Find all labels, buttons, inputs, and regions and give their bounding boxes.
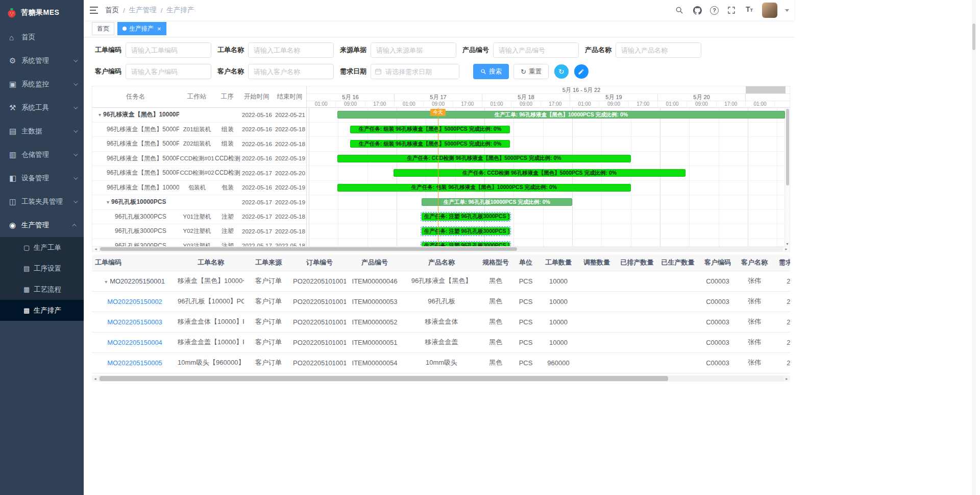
gantt-task-row[interactable]: 96孔孔板3000PCS Y01注塑机注塑2022-05-172022-05-1…: [92, 210, 306, 225]
gantt-vertical-scrollbar[interactable]: ▼: [785, 108, 790, 246]
time-tick: 17:00: [365, 101, 395, 107]
menu-toggle-icon[interactable]: [90, 7, 98, 14]
sidebar-item-equipment-mgmt[interactable]: ◧ 设备管理: [0, 167, 84, 190]
table-row[interactable]: MO202205150003 移液盒盒体【10000】PCS客户订单PO2022…: [92, 312, 790, 332]
scroll-left-arrow[interactable]: ◄: [92, 247, 99, 251]
gantt-chart[interactable]: 今天 生产工单: 96孔移液盒【黑色】10000PCS 完成比例: 0% 生产任…: [307, 108, 790, 246]
breadcrumb-home[interactable]: 首页: [105, 6, 119, 15]
table-row[interactable]: ▾MO202205150001 移液盒【黑色】10000个客户订单PO20220…: [92, 271, 790, 291]
gantt-task-row[interactable]: 96孔移液盒【黑色】5000PCS Z02组装机组装2022-05-162022…: [92, 137, 306, 152]
scrollbar-thumb[interactable]: [100, 376, 668, 381]
day-label: 5月 17: [395, 94, 482, 101]
gantt-horizontal-scrollbar[interactable]: ◄ ►: [92, 246, 790, 251]
sidebar-item-system-monitor[interactable]: ▣ 系统监控: [0, 73, 84, 96]
page-scrollbar[interactable]: [972, 0, 976, 495]
edit-button[interactable]: [574, 64, 589, 79]
col-spec: 规格型号: [480, 254, 511, 271]
main-content: 工单编码 工单名称 来源单据 产品编号 产品名称 客户编码: [84, 37, 794, 495]
sidebar-item-production-mgmt[interactable]: ◉ 生产管理: [0, 214, 84, 237]
scroll-right-arrow[interactable]: ►: [783, 247, 790, 251]
gantt-bar-workorder[interactable]: 生产工单: 96孔移液盒【黑色】10000PCS 完成比例: 0%: [337, 111, 785, 119]
gantt-bar-task[interactable]: 生产任务: CCD检测 96孔移液盒【黑色】5000PCS 完成比例: 0%: [337, 155, 631, 162]
table-row[interactable]: MO202205150004 移液盒盒盖【10000】PCS客户订单PO2022…: [92, 332, 790, 352]
table-row[interactable]: MO202205150002 96孔孔板【10000】PCS客户订单PO2022…: [92, 291, 790, 312]
gantt-task-row[interactable]: ▾96孔孔板10000PCS 2022-05-172022-05-19: [92, 195, 306, 210]
sidebar-item-process-flow[interactable]: ▦ 工艺流程: [0, 279, 84, 300]
collapse-caret-icon[interactable]: ▾: [107, 199, 109, 205]
sidebar-item-master-data[interactable]: ▤ 主数据: [0, 120, 84, 143]
gantt-task-row[interactable]: 96孔孔板3000PCS Y02注塑机注塑2022-05-172022-05-1…: [92, 224, 306, 239]
gantt-bar-task-selected[interactable]: 生产任务: 注塑 96孔孔板3000PCS 完成比例: 0%: [422, 227, 510, 235]
breadcrumb-scheduling[interactable]: 生产排产: [167, 6, 194, 15]
gantt-task-row[interactable]: ▾96孔移液盒【黑色】10000PCS 2022-05-162022-05-21: [92, 108, 306, 123]
sidebar-item-scheduling[interactable]: ▩ 生产排产: [0, 300, 84, 321]
product-code-input[interactable]: [493, 42, 579, 58]
close-icon[interactable]: ×: [157, 26, 161, 32]
sidebar-item-work-order[interactable]: ▢ 生产工单: [0, 237, 84, 258]
scrollbar-thumb[interactable]: [972, 23, 975, 50]
gantt-bar-task-selected[interactable]: 生产任务: 注塑 96孔孔板3000PCS 完成比例: 0%: [422, 242, 510, 247]
fullscreen-icon[interactable]: [726, 5, 737, 15]
table-horizontal-scrollbar[interactable]: ◄ ►: [92, 375, 790, 382]
gantt-task-row[interactable]: 96孔移液盒【黑色】5000PCS CCD检测#01CCD检测2022-05-1…: [92, 152, 306, 167]
gantt-bar-task[interactable]: 生产任务: 包装 96孔移液盒【黑色】10000PCS 完成比例: 0%: [337, 184, 631, 192]
filter-item-source-doc: 来源单据: [340, 42, 462, 58]
sidebar-item-process-settings[interactable]: ▤ 工序设置: [0, 258, 84, 279]
today-line: [438, 108, 438, 246]
due-date-input[interactable]: [371, 64, 459, 79]
source-doc-input[interactable]: [371, 42, 456, 58]
scrollbar-thumb[interactable]: [786, 109, 789, 185]
work-order-link[interactable]: MO202205150003: [107, 318, 162, 326]
scroll-left-arrow[interactable]: ◄: [92, 377, 99, 381]
gantt-task-row[interactable]: 96孔移液盒【黑色】5000PCS CCD检测#02CCD检测2022-05-1…: [92, 166, 306, 181]
scrollbar-thumb[interactable]: [100, 247, 517, 251]
work-order-link[interactable]: MO202205150001: [110, 277, 165, 285]
top-header: 首页 / 生产管理 / 生产排产 ? TT: [84, 0, 794, 20]
table-row[interactable]: MO202205150005 10mm吸头【960000】PCS客户订单PO20…: [92, 352, 790, 373]
search-button[interactable]: 搜索: [473, 64, 509, 79]
font-size-icon[interactable]: TT: [744, 5, 754, 15]
monitor-icon: ▣: [9, 80, 21, 89]
refresh-button[interactable]: ↻: [554, 64, 569, 79]
expand-caret-icon[interactable]: ▾: [105, 279, 107, 285]
tab-scheduling[interactable]: 生产排产 ×: [117, 22, 166, 35]
avatar[interactable]: [762, 3, 777, 18]
col-adjust-qty: 调整数量: [577, 254, 617, 271]
gantt-bar-workorder[interactable]: 生产工单: 96孔孔板10000PCS 完成比例: 0%: [422, 198, 572, 206]
sidebar-item-warehouse-mgmt[interactable]: ▥ 仓储管理: [0, 143, 84, 167]
sidebar-item-fixture-mgmt[interactable]: ◫ 工装夹具管理: [0, 190, 84, 214]
reset-button[interactable]: ↻ 重置: [513, 64, 549, 79]
scroll-right-arrow[interactable]: ►: [783, 377, 790, 381]
week-weekend-shade: [746, 86, 786, 93]
gantt-bar-task[interactable]: 生产任务: 组装 96孔移液盒【黑色】5000PCS 完成比例: 0%: [350, 140, 510, 148]
col-customer-name: 客户名称: [737, 254, 772, 271]
chevron-down-icon[interactable]: [785, 9, 789, 12]
order-code-input[interactable]: [126, 42, 211, 58]
calendar-icon: [375, 68, 382, 77]
col-product-name: 产品名称: [403, 254, 480, 271]
gantt-bar-task[interactable]: 生产任务: 组装 96孔移液盒【黑色】5000PCS 完成比例: 0%: [350, 126, 510, 133]
help-icon[interactable]: ?: [710, 6, 719, 15]
breadcrumb-separator: /: [161, 7, 163, 14]
work-order-link[interactable]: MO202205150005: [107, 359, 162, 367]
search-icon[interactable]: [674, 5, 684, 15]
sidebar-item-system-tools[interactable]: ⚒ 系统工具: [0, 96, 84, 120]
customer-name-input[interactable]: [248, 64, 334, 79]
gantt-task-row[interactable]: 96孔孔板3000PCS Y03注塑机注塑2022-05-172022-05-1…: [92, 239, 306, 247]
order-name-input[interactable]: [248, 42, 334, 58]
scroll-down-arrow[interactable]: ▼: [785, 242, 790, 246]
github-icon[interactable]: [692, 5, 702, 15]
sidebar-item-home[interactable]: ⌂ 首页: [0, 26, 84, 49]
gantt-task-row[interactable]: 96孔移液盒【黑色】10000PCS 包装机包装2022-05-162022-0…: [92, 181, 306, 196]
product-name-input[interactable]: [616, 42, 701, 58]
tab-home[interactable]: 首页: [92, 22, 114, 35]
gantt-task-row[interactable]: 96孔移液盒【黑色】5000PCS Z01组装机组装2022-05-162022…: [92, 123, 306, 137]
gantt-bar-task-selected[interactable]: 生产任务: 注塑 96孔孔板3000PCS 完成比例: 0%: [422, 213, 510, 221]
work-order-link[interactable]: MO202205150004: [107, 339, 162, 346]
work-order-link[interactable]: MO202205150002: [107, 298, 162, 305]
breadcrumb-production-mgmt[interactable]: 生产管理: [129, 6, 157, 15]
customer-code-input[interactable]: [126, 64, 211, 79]
collapse-caret-icon[interactable]: ▾: [99, 112, 101, 117]
sidebar-item-system-mgmt[interactable]: ⚙ 系统管理: [0, 49, 84, 73]
gantt-bar-task[interactable]: 生产任务: CCD检测 96孔移液盒【黑色】5000PCS 完成比例: 0%: [394, 169, 685, 177]
